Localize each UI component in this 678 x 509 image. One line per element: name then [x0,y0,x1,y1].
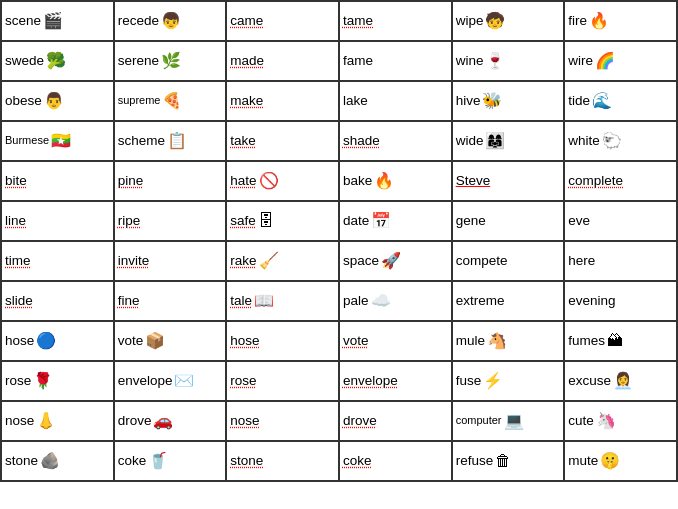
word-emoji: 🚫 [259,171,279,190]
grid-cell-6: swede🥦 [2,42,115,82]
grid-cell-70: refuse🗑 [453,442,566,482]
word-text: take [230,133,256,149]
grid-cell-54: rose🌹 [2,362,115,402]
grid-cell-5: fire🔥 [565,2,678,42]
grid-cell-29: complete [565,162,678,202]
grid-cell-42: slide [2,282,115,322]
word-emoji: 🧹 [259,251,279,270]
grid-cell-8: made [227,42,340,82]
grid-cell-34: gene [453,202,566,242]
word-text: scheme [118,133,165,149]
word-text: make [230,93,263,109]
word-text: tale [230,293,252,309]
word-text: hate [230,173,256,189]
grid-cell-7: serene🌿 [115,42,228,82]
word-text: rose [5,373,31,389]
word-emoji: 🥤 [148,451,168,470]
grid-cell-9: fame [340,42,453,82]
word-emoji: 📦 [145,331,165,350]
word-text: drove [118,413,152,429]
word-text: space [343,253,379,269]
word-text: vote [343,333,369,349]
grid-cell-30: line [2,202,115,242]
word-emoji: 🤫 [600,451,620,470]
grid-cell-32: safe🗄 [227,202,340,242]
word-text: rose [230,373,256,389]
grid-cell-61: drove🚗 [115,402,228,442]
word-emoji: 👃 [36,411,56,430]
word-text: excuse [568,373,611,389]
word-text: hose [5,333,34,349]
word-text: obese [5,93,42,109]
word-emoji: 📅 [371,211,391,230]
word-text: wire [568,53,593,69]
grid-cell-22: wide👩‍👩‍👧 [453,122,566,162]
grid-cell-28: Steve [453,162,566,202]
grid-cell-45: pale☁️ [340,282,453,322]
word-text: refuse [456,453,494,469]
word-emoji: 🔥 [374,171,394,190]
word-text: pine [118,173,144,189]
grid-cell-25: pine [115,162,228,202]
word-emoji: 🌿 [161,51,181,70]
grid-cell-56: rose [227,362,340,402]
word-text: invite [118,253,150,269]
word-text: bite [5,173,27,189]
word-emoji: 🔵 [36,331,56,350]
word-emoji: 🧒 [485,11,505,30]
word-text: fame [343,53,373,69]
grid-cell-67: coke🥤 [115,442,228,482]
word-text: mule [456,333,485,349]
grid-cell-59: excuse👩‍💼 [565,362,678,402]
grid-cell-14: make [227,82,340,122]
word-emoji: 🐴 [487,331,507,350]
word-text: lake [343,93,368,109]
word-emoji: 🍕 [162,91,182,110]
word-text: eve [568,213,590,229]
word-text: computer [456,414,502,427]
word-emoji: 👩‍💼 [613,371,633,390]
word-text: scene [5,13,41,29]
grid-cell-2: came [227,2,340,42]
grid-cell-1: recede👦 [115,2,228,42]
grid-cell-13: supreme🍕 [115,82,228,122]
grid-cell-68: stone [227,442,340,482]
word-emoji: 🇲🇲 [51,131,71,150]
word-text: line [5,213,26,229]
word-emoji: 🌊 [592,91,612,110]
word-text: swede [5,53,44,69]
word-emoji: 🗑 [495,451,511,470]
grid-cell-35: eve [565,202,678,242]
word-text: stone [230,453,263,469]
word-text: vote [118,333,144,349]
word-text: cute [568,413,594,429]
word-text: fuse [456,373,482,389]
word-text: tame [343,13,373,29]
grid-cell-3: tame [340,2,453,42]
grid-cell-37: invite [115,242,228,282]
word-text: wide [456,133,484,149]
grid-cell-19: scheme📋 [115,122,228,162]
grid-cell-50: hose [227,322,340,362]
grid-cell-60: nose👃 [2,402,115,442]
word-text: drove [343,413,377,429]
word-text: extreme [456,293,505,309]
word-text: came [230,13,263,29]
word-emoji: 🏔 [607,331,623,350]
grid-cell-12: obese👨 [2,82,115,122]
word-emoji: 👩‍👩‍👧 [485,131,505,150]
word-text: time [5,253,31,269]
word-text: Burmese [5,134,49,147]
word-text: supreme [118,94,161,107]
grid-cell-40: compete [453,242,566,282]
word-text: compete [456,253,508,269]
grid-cell-33: date📅 [340,202,453,242]
grid-cell-48: hose🔵 [2,322,115,362]
word-text: evening [568,293,615,309]
word-text: fire [568,13,587,29]
grid-cell-71: mute🤫 [565,442,678,482]
word-text: gene [456,213,486,229]
word-emoji: 💻 [504,411,524,430]
grid-cell-43: fine [115,282,228,322]
word-emoji: 🌈 [595,51,615,70]
